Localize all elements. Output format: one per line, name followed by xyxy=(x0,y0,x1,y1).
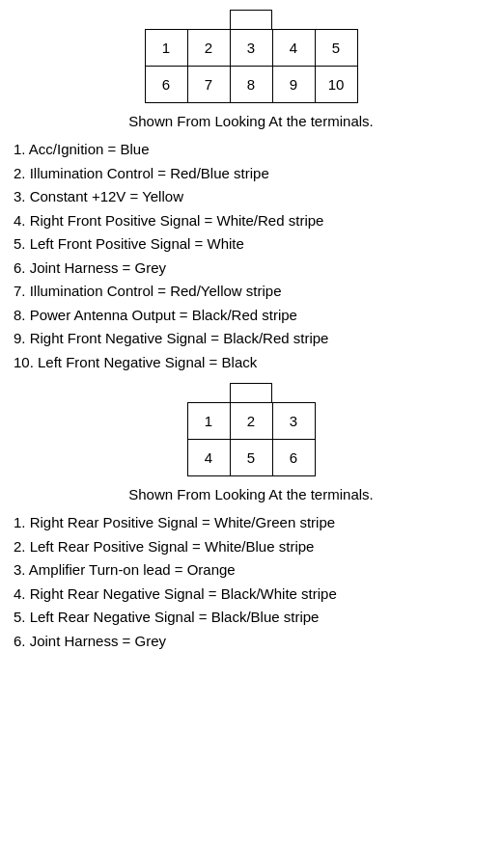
connector-1-diagram: 12345678910 xyxy=(145,10,358,103)
connector-2-diagram: 123456 xyxy=(187,383,316,476)
connector-cell: 10 xyxy=(315,67,357,103)
connector-1-table: 12345678910 xyxy=(145,29,358,103)
section-2-caption: Shown From Looking At the terminals. xyxy=(10,484,492,504)
connector-2-tab xyxy=(187,383,316,402)
connector-2-table: 123456 xyxy=(187,402,316,476)
tab-cell-2 xyxy=(230,383,272,402)
list-item: 9. Right Front Negative Signal = Black/R… xyxy=(14,328,488,350)
connector-cell: 2 xyxy=(230,403,272,440)
pin-list-1: 1. Acc/Ignition = Blue2. Illumination Co… xyxy=(10,139,492,373)
pin-list-2: 1. Right Rear Positive Signal = White/Gr… xyxy=(10,512,492,652)
list-item: 6. Joint Harness = Grey xyxy=(14,258,488,280)
connector-cell: 2 xyxy=(187,30,230,67)
list-item: 8. Power Antenna Output = Black/Red stri… xyxy=(14,305,488,327)
list-item: 5. Left Front Positive Signal = White xyxy=(14,233,488,256)
connector-1-tab xyxy=(145,10,358,29)
connector-cell: 5 xyxy=(315,30,357,67)
list-item: 1. Right Rear Positive Signal = White/Gr… xyxy=(14,512,488,534)
list-item: 2. Illumination Control = Red/Blue strip… xyxy=(14,163,488,185)
connector-cell: 8 xyxy=(230,67,272,103)
connector-cell: 6 xyxy=(272,440,315,476)
list-item: 1. Acc/Ignition = Blue xyxy=(14,139,488,161)
section-1: 12345678910 Shown From Looking At the te… xyxy=(10,10,492,373)
connector-cell: 1 xyxy=(145,30,187,67)
connector-cell: 3 xyxy=(272,403,315,440)
connector-cell: 6 xyxy=(145,67,187,103)
connector-1-wrapper: 12345678910 xyxy=(10,10,492,103)
list-item: 4. Right Rear Negative Signal = Black/Wh… xyxy=(14,583,488,606)
connector-cell: 3 xyxy=(230,30,272,67)
section-1-caption: Shown From Looking At the terminals. xyxy=(10,111,492,131)
list-item: 6. Joint Harness = Grey xyxy=(14,631,488,653)
connector-cell: 4 xyxy=(272,30,315,67)
list-item: 7. Illumination Control = Red/Yellow str… xyxy=(14,281,488,303)
connector-cell: 1 xyxy=(187,403,230,440)
tab-cell xyxy=(230,10,272,29)
section-2: 123456 Shown From Looking At the termina… xyxy=(10,383,492,652)
list-item: 3. Amplifier Turn-on lead = Orange xyxy=(14,559,488,582)
caption-text-2: Shown From Looking At the terminals. xyxy=(128,486,373,502)
connector-cell: 5 xyxy=(230,440,272,476)
list-item: 2. Left Rear Positive Signal = White/Blu… xyxy=(14,536,488,558)
connector-cell: 9 xyxy=(272,67,315,103)
connector-cell: 4 xyxy=(187,440,230,476)
list-item: 5. Left Rear Negative Signal = Black/Blu… xyxy=(14,607,488,629)
list-item: 4. Right Front Positive Signal = White/R… xyxy=(14,210,488,232)
connector-cell: 7 xyxy=(187,67,230,103)
connector-2-wrapper: 123456 xyxy=(10,383,492,476)
list-item: 3. Constant +12V = Yellow xyxy=(14,186,488,208)
caption-text: Shown From Looking At the terminals. xyxy=(128,113,373,129)
list-item: 10. Left Front Negative Signal = Black xyxy=(14,352,488,374)
